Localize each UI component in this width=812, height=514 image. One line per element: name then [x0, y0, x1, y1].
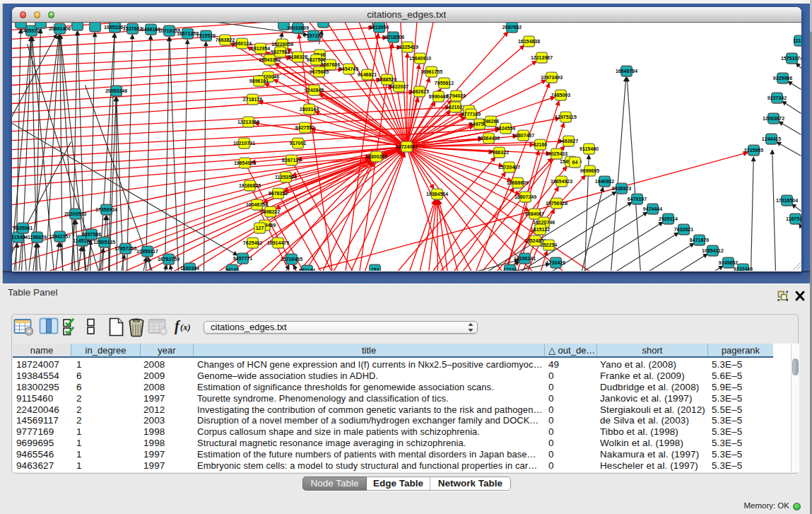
svg-text:6479197: 6479197: [627, 196, 646, 201]
svg-text:17359934: 17359934: [95, 206, 117, 211]
svg-text:20206533: 20206533: [64, 211, 86, 216]
svg-text:1621022: 1621022: [445, 104, 464, 109]
svg-text:8471676: 8471676: [689, 237, 708, 242]
svg-text:1192344: 1192344: [180, 265, 199, 270]
svg-text:19654923: 19654923: [550, 178, 572, 183]
svg-text:9660124: 9660124: [232, 40, 251, 45]
svg-text:2803144: 2803144: [299, 106, 318, 111]
svg-text:3675685: 3675685: [309, 69, 328, 74]
svg-text:16033809: 16033809: [286, 25, 308, 30]
svg-text:19384554: 19384554: [425, 191, 447, 196]
svg-text:16961755: 16961755: [420, 69, 442, 74]
svg-text:1527602: 1527602: [122, 25, 141, 30]
svg-text:7357224: 7357224: [303, 33, 322, 37]
svg-text:9835061: 9835061: [13, 225, 32, 230]
svg-text:9115460: 9115460: [579, 146, 599, 151]
svg-text:8990448: 8990448: [428, 93, 447, 98]
svg-text:11325419: 11325419: [396, 44, 418, 49]
svg-text:94143: 94143: [225, 267, 239, 271]
svg-text:19166825: 19166825: [238, 182, 260, 187]
svg-text:8813054: 8813054: [369, 24, 388, 29]
svg-text:16914479: 16914479: [266, 240, 288, 245]
svg-text:1640932: 1640932: [594, 178, 613, 183]
svg-text:2718176: 2718176: [242, 96, 261, 101]
svg-text:15716485: 15716485: [280, 256, 302, 261]
svg-text:1167534: 1167534: [786, 216, 801, 221]
svg-text:8186328: 8186328: [288, 54, 307, 59]
svg-text:9827503: 9827503: [270, 49, 289, 54]
svg-text:12213967: 12213967: [530, 54, 552, 59]
svg-text:12975115: 12975115: [555, 114, 577, 119]
svg-text:9897586: 9897586: [81, 231, 100, 236]
svg-text:8912954: 8912954: [250, 45, 269, 50]
svg-text:20364436: 20364436: [477, 135, 499, 140]
svg-text:18807249: 18807249: [514, 194, 536, 199]
svg-text:7625402: 7625402: [242, 240, 261, 245]
svg-text:(x): (x): [180, 322, 191, 332]
svg-text:18724007: 18724007: [395, 144, 417, 148]
svg-text:20691406: 20691406: [48, 25, 70, 30]
svg-text:9896101: 9896101: [249, 78, 268, 83]
svg-text:10807487: 10807487: [512, 132, 534, 137]
svg-text:10210731: 10210731: [233, 140, 254, 145]
svg-text:2867608: 2867608: [320, 62, 339, 66]
svg-text:7485003: 7485003: [551, 92, 570, 97]
svg-text:8267130: 8267130: [281, 157, 300, 162]
svg-text:16543362: 16543362: [258, 57, 280, 62]
svg-text:7986322: 7986322: [489, 149, 508, 154]
svg-text:10025433: 10025433: [545, 151, 567, 156]
svg-text:9245652: 9245652: [718, 259, 737, 264]
svg-text:8427552: 8427552: [295, 124, 314, 129]
svg-text:17957255: 17957255: [114, 245, 136, 250]
svg-text:3624554: 3624554: [495, 125, 514, 130]
svg-text:17016504: 17016504: [775, 197, 797, 202]
svg-text:9777169: 9777169: [461, 111, 480, 116]
svg-text:15720407: 15720407: [498, 164, 519, 169]
svg-text:12505135: 12505135: [93, 239, 114, 244]
svg-text:1244415: 1244415: [761, 136, 780, 141]
svg-text:18300295: 18300295: [365, 153, 387, 158]
svg-text:10046756: 10046756: [245, 201, 267, 206]
svg-text:6794028: 6794028: [446, 93, 465, 98]
svg-text:14196141: 14196141: [513, 255, 535, 260]
svg-text:7632621: 7632621: [673, 226, 693, 231]
svg-text:153: 153: [370, 267, 379, 271]
svg-text:16154838: 16154838: [517, 38, 539, 43]
svg-text:1156829: 1156829: [28, 234, 47, 239]
svg-text:9329966: 9329966: [772, 75, 792, 80]
svg-text:2087682: 2087682: [502, 24, 521, 29]
svg-text:3215955: 3215955: [743, 147, 763, 152]
svg-text:8454749: 8454749: [339, 66, 358, 71]
svg-text:127: 127: [255, 225, 264, 230]
svg-text:9084067: 9084067: [524, 211, 543, 216]
svg-text:917001: 917001: [289, 140, 305, 145]
svg-text:12093872: 12093872: [762, 115, 784, 120]
svg-text:17334: 17334: [502, 267, 517, 271]
svg-text:10958117: 10958117: [136, 248, 158, 253]
svg-text:15751074: 15751074: [780, 55, 801, 60]
svg-text:8938923: 8938923: [611, 185, 630, 190]
svg-text:19218506: 19218506: [382, 34, 404, 39]
svg-text:9463627: 9463627: [558, 138, 577, 143]
svg-text:12942757: 12942757: [48, 233, 70, 238]
svg-text:9242848: 9242848: [304, 87, 323, 92]
svg-text:12213369: 12213369: [237, 119, 259, 124]
svg-text:746266: 746266: [482, 118, 498, 123]
svg-text:11353594: 11353594: [275, 174, 297, 179]
svg-text:1588520: 1588520: [377, 76, 396, 81]
svg-text:62160: 62160: [533, 141, 547, 146]
svg-text:1362615: 1362615: [409, 88, 428, 93]
svg-text:9699695: 9699695: [579, 168, 599, 173]
svg-text:5322037: 5322037: [389, 83, 408, 88]
svg-text:1733426: 1733426: [546, 259, 565, 264]
svg-text:10688609: 10688609: [506, 180, 528, 185]
svg-text:19654925: 19654925: [233, 160, 255, 165]
svg-text:252254: 252254: [540, 242, 556, 247]
svg-text:1615132: 1615132: [530, 226, 549, 231]
svg-text:157164: 157164: [298, 267, 314, 271]
svg-text:9457771: 9457771: [233, 255, 252, 260]
svg-text:9227342: 9227342: [767, 95, 786, 100]
svg-text:18226058: 18226058: [271, 41, 293, 46]
svg-text:15640910: 15640910: [408, 55, 430, 60]
svg-text:20053346: 20053346: [105, 88, 126, 93]
